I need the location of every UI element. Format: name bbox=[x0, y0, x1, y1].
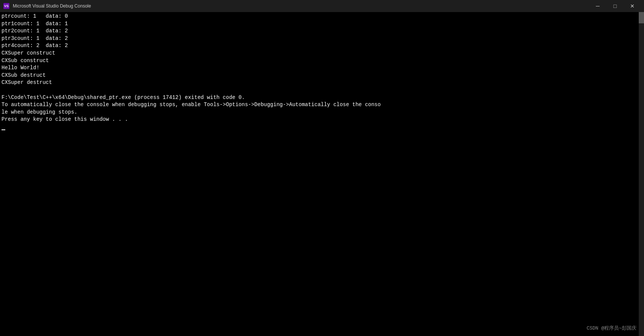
close-button[interactable]: ✕ bbox=[624, 0, 641, 12]
title-bar: VS Microsoft Visual Studio Debug Console… bbox=[0, 0, 644, 12]
window-title: Microsoft Visual Studio Debug Console bbox=[13, 3, 91, 9]
vs-logo: VS bbox=[3, 3, 9, 9]
scrollbar-thumb[interactable] bbox=[639, 12, 644, 23]
scrollbar[interactable] bbox=[639, 12, 644, 336]
title-bar-left: VS Microsoft Visual Studio Debug Console bbox=[3, 3, 91, 9]
console-area: ptrcount: 1 data: 0 ptr1count: 1 data: 1… bbox=[0, 12, 644, 336]
window-controls: ─ □ ✕ bbox=[589, 0, 641, 12]
minimize-button[interactable]: ─ bbox=[589, 0, 606, 12]
watermark: CSDN @程序员~彭国庆 bbox=[586, 325, 636, 331]
maximize-button[interactable]: □ bbox=[606, 0, 624, 12]
app-icon: VS bbox=[3, 3, 10, 9]
cursor bbox=[2, 129, 5, 130]
console-output: ptrcount: 1 data: 0 ptr1count: 1 data: 1… bbox=[2, 13, 642, 131]
